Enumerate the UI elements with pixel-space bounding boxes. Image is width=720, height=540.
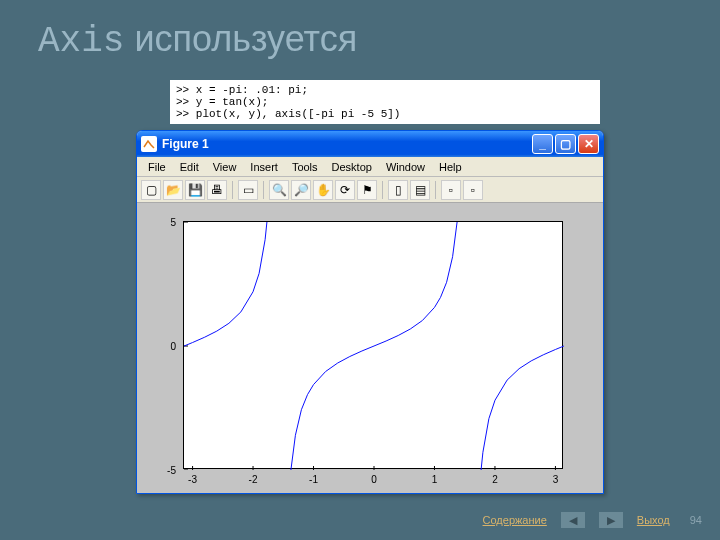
pan-icon[interactable]: ✋: [313, 180, 333, 200]
xtick: 3: [553, 474, 559, 485]
contents-link[interactable]: Содержание: [483, 515, 547, 526]
prev-button[interactable]: ◀: [561, 512, 585, 528]
menu-help[interactable]: Help: [432, 159, 469, 175]
menu-edit[interactable]: Edit: [173, 159, 206, 175]
xtick: -1: [309, 474, 318, 485]
separator: [263, 181, 264, 199]
title-rest: используется: [124, 18, 357, 59]
save-icon[interactable]: 💾: [185, 180, 205, 200]
close-button[interactable]: ✕: [578, 134, 599, 154]
menubar: File Edit View Insert Tools Desktop Wind…: [137, 157, 603, 177]
toolbar: ▢ 📂 💾 🖶 ▭ 🔍 🔎 ✋ ⟳ ⚑ ▯ ▤ ▫ ▫: [137, 177, 603, 203]
menu-view[interactable]: View: [206, 159, 244, 175]
slide-footer: Содержание ◀ ▶ Выход 94: [0, 512, 702, 528]
xtick: 0: [371, 474, 377, 485]
colorbar-icon[interactable]: ▯: [388, 180, 408, 200]
menu-file[interactable]: File: [141, 159, 173, 175]
axes-area: -505-3-2-10123: [137, 203, 603, 493]
legend-icon[interactable]: ▤: [410, 180, 430, 200]
hide-tools-icon[interactable]: ▫: [441, 180, 461, 200]
zoom-in-icon[interactable]: 🔍: [269, 180, 289, 200]
print-icon[interactable]: 🖶: [207, 180, 227, 200]
page-number: 94: [690, 514, 702, 526]
show-tools-icon[interactable]: ▫: [463, 180, 483, 200]
code-line-1: >> x = -pi: .01: pi;: [176, 84, 594, 96]
menu-insert[interactable]: Insert: [243, 159, 285, 175]
matlab-icon: [141, 136, 157, 152]
xtick: 2: [492, 474, 498, 485]
xtick: -2: [249, 474, 258, 485]
code-line-2: >> y = tan(x);: [176, 96, 594, 108]
menu-tools[interactable]: Tools: [285, 159, 325, 175]
code-block: >> x = -pi: .01: pi; >> y = tan(x); >> p…: [170, 80, 600, 124]
rotate-icon[interactable]: ⟳: [335, 180, 355, 200]
code-line-3: >> plot(x, y), axis([-pi pi -5 5]): [176, 108, 594, 120]
separator: [382, 181, 383, 199]
xtick: 1: [432, 474, 438, 485]
open-icon[interactable]: 📂: [163, 180, 183, 200]
datatip-icon[interactable]: ⚑: [357, 180, 377, 200]
ytick: -5: [167, 465, 176, 476]
menu-window[interactable]: Window: [379, 159, 432, 175]
separator: [435, 181, 436, 199]
figure-window: Figure 1 _ ▢ ✕ File Edit View Insert Too…: [136, 130, 604, 494]
slide-title: Axis используется: [38, 18, 357, 62]
pointer-icon[interactable]: ▭: [238, 180, 258, 200]
menu-desktop[interactable]: Desktop: [325, 159, 379, 175]
minimize-button[interactable]: _: [532, 134, 553, 154]
ytick: 5: [170, 217, 176, 228]
xtick: -3: [188, 474, 197, 485]
new-figure-icon[interactable]: ▢: [141, 180, 161, 200]
next-button[interactable]: ▶: [599, 512, 623, 528]
plot-box[interactable]: -505-3-2-10123: [183, 221, 563, 469]
ytick: 0: [170, 341, 176, 352]
separator: [232, 181, 233, 199]
maximize-button[interactable]: ▢: [555, 134, 576, 154]
titlebar[interactable]: Figure 1 _ ▢ ✕: [137, 131, 603, 157]
title-mono: Axis: [38, 21, 124, 62]
exit-link[interactable]: Выход: [637, 515, 670, 526]
window-title: Figure 1: [162, 137, 530, 151]
plot-svg: [184, 222, 564, 470]
zoom-out-icon[interactable]: 🔎: [291, 180, 311, 200]
